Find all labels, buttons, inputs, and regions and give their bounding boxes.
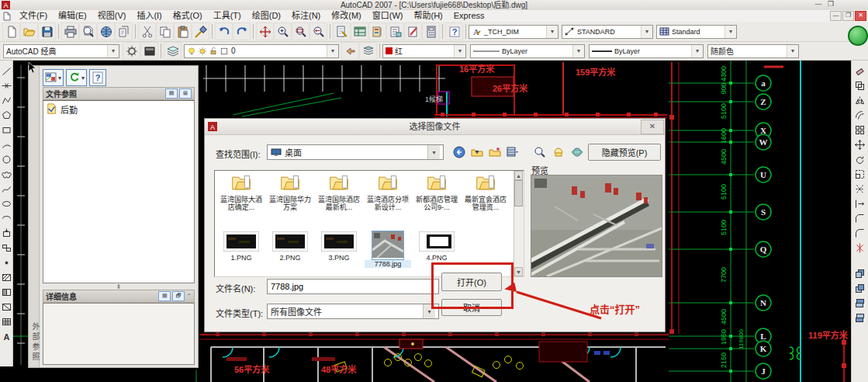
look-in-combo[interactable]: 桌面 ▾ xyxy=(267,144,444,160)
refresh-button[interactable]: ▾ xyxy=(66,69,87,86)
file-item-4.PNG[interactable]: 4.PNG xyxy=(413,231,460,262)
chevron-down-icon[interactable]: ▾ xyxy=(427,145,440,159)
menu-窗口(W)[interactable]: 窗口(W) xyxy=(367,11,409,20)
menu-插入(I)[interactable]: 插入(I) xyxy=(131,11,167,20)
folder-item[interactable]: 新都酒店管理公司9-... xyxy=(413,173,460,211)
draw-order-below-icon[interactable] xyxy=(854,311,866,325)
lock-open-icon[interactable] xyxy=(209,47,218,56)
circle-icon[interactable] xyxy=(0,152,12,167)
hatch-icon[interactable] xyxy=(0,270,12,285)
collapse-chevron-icon[interactable]: ⌃ xyxy=(186,293,192,300)
menu-绘图(D)[interactable]: 绘图(D) xyxy=(247,11,286,20)
folder-item[interactable]: 蓝湾国际华力方案 xyxy=(267,173,313,211)
views-icon[interactable] xyxy=(505,144,520,160)
dialog-close-button[interactable]: ✕ xyxy=(641,120,664,134)
cut-icon[interactable] xyxy=(138,23,156,40)
chamfer-icon[interactable] xyxy=(854,211,866,226)
text-style-combo[interactable]: A _TCH_DIM ▾ xyxy=(469,25,558,39)
file-item-1.PNG[interactable]: 1.PNG xyxy=(218,231,265,262)
lineweight-combo[interactable]: ByLayer ▾ xyxy=(589,44,704,58)
preview-view-button[interactable]: 🗗 xyxy=(172,291,185,301)
list-view-button[interactable]: ▤ xyxy=(165,89,178,99)
offset-icon[interactable] xyxy=(854,108,866,123)
menu-工具(T)[interactable]: 工具(T) xyxy=(208,11,247,20)
layer-properties-button[interactable] xyxy=(164,42,182,60)
scroll-down-arrow[interactable]: ▼ xyxy=(514,267,523,276)
layer-previous-button[interactable] xyxy=(341,42,359,60)
scrollbar-thumb[interactable] xyxy=(514,180,523,207)
multiline-text-icon[interactable]: A xyxy=(0,329,12,344)
folder-item[interactable]: 最新宜会酒店管理资... xyxy=(462,173,509,211)
workspace-settings-button[interactable] xyxy=(123,42,140,60)
menu-视图(V)[interactable]: 视图(V) xyxy=(92,11,132,20)
ellipse-icon[interactable] xyxy=(0,196,12,211)
menu-帮助(H)[interactable]: 帮助(H) xyxy=(409,11,448,20)
chevron-down-icon[interactable]: ▾ xyxy=(641,26,652,38)
make-block-icon[interactable] xyxy=(0,241,12,255)
copy-object-icon[interactable] xyxy=(854,78,866,93)
details-view-button[interactable]: ▤ xyxy=(158,291,171,301)
pan-icon[interactable] xyxy=(256,23,274,40)
chevron-down-icon[interactable]: ▾ xyxy=(58,75,61,82)
layer-states-button[interactable] xyxy=(359,42,377,60)
chevron-down-icon[interactable]: ▾ xyxy=(546,26,558,38)
palette-splitter[interactable]: ⬍ xyxy=(43,283,195,290)
draw-order-back-icon[interactable] xyxy=(854,281,866,296)
zoom-realtime-icon[interactable] xyxy=(274,23,292,40)
save-file-icon[interactable] xyxy=(38,23,56,40)
quick-calc-icon[interactable] xyxy=(422,23,440,40)
erase-icon[interactable] xyxy=(854,64,866,78)
sun-icon[interactable] xyxy=(198,47,207,56)
maximize-button[interactable]: ❐ xyxy=(825,0,837,8)
move-icon[interactable] xyxy=(854,137,866,152)
arc-icon[interactable] xyxy=(0,137,12,152)
menu-标注(N)[interactable]: 标注(N) xyxy=(286,11,326,20)
rotate-icon[interactable] xyxy=(854,152,866,167)
polygon-icon[interactable] xyxy=(0,108,12,123)
chevron-down-icon[interactable]: ▾ xyxy=(724,26,736,38)
dim-style-combo[interactable]: STANDARD ▾ xyxy=(562,25,653,39)
preview-zoom-icon[interactable] xyxy=(532,144,548,160)
plot-preview-icon[interactable] xyxy=(79,23,97,40)
copy-icon[interactable] xyxy=(156,23,174,40)
sheetset-manager-icon[interactable] xyxy=(386,23,404,40)
preview-orbit-icon[interactable] xyxy=(569,144,585,160)
palette-title-strip[interactable]: 外部参照 xyxy=(29,66,40,367)
linetype-combo[interactable]: ByLayer ▾ xyxy=(470,44,585,58)
file-item-3.PNG[interactable]: 3.PNG xyxy=(316,231,362,262)
hide-preview-button[interactable]: 隐藏预览(P) xyxy=(588,144,661,161)
explode-icon[interactable] xyxy=(854,241,866,255)
preview-pan-icon[interactable] xyxy=(551,144,566,160)
dialog-title-bar[interactable]: A 选择图像文件 ✕ xyxy=(205,119,665,135)
attach-dwg-button[interactable]: ▾ xyxy=(43,69,64,86)
plot-icon[interactable] xyxy=(61,23,79,40)
chevron-down-icon[interactable]: ▾ xyxy=(787,45,798,57)
designcenter-icon[interactable] xyxy=(351,23,368,40)
table-style-combo[interactable]: Standard ▾ xyxy=(656,25,737,39)
folder-item[interactable]: 蓝湾国际酒店最新机... xyxy=(316,173,362,211)
back-icon[interactable] xyxy=(451,144,467,160)
minimize-button[interactable]: — xyxy=(812,0,825,8)
redo-icon[interactable] xyxy=(233,23,251,40)
folder-item[interactable]: 蓝湾国际大酒店确定... xyxy=(218,173,265,211)
list-scrollbar[interactable]: ▲ ▼ xyxy=(514,171,524,276)
chevron-down-icon[interactable]: ▾ xyxy=(691,45,703,57)
workspace-combo[interactable]: AutoCAD 经典 ▾ xyxy=(3,44,119,58)
gradient-icon[interactable] xyxy=(0,285,12,300)
color-combo[interactable]: 红 ▾ xyxy=(382,44,466,58)
doc-restore-button[interactable]: ❐ xyxy=(842,11,854,21)
markup-manager-icon[interactable] xyxy=(404,23,422,40)
mirror-icon[interactable] xyxy=(854,93,866,108)
doc-close-button[interactable]: ✕ xyxy=(855,11,866,21)
menu-Express[interactable]: Express xyxy=(448,11,490,20)
layer-control-combo[interactable]: 0 ▾ xyxy=(184,44,339,58)
new-file-icon[interactable] xyxy=(2,23,20,40)
open-file-icon[interactable] xyxy=(20,23,38,40)
menu-格式(O)[interactable]: 格式(O) xyxy=(168,11,208,20)
spline-icon[interactable] xyxy=(0,182,12,196)
publish-web-icon[interactable] xyxy=(97,23,115,40)
file-browser-list[interactable]: 蓝湾国际大酒店确定...蓝湾国际华力方案蓝湾国际酒店最新机...蓝湾酒店分项新设… xyxy=(214,170,524,277)
table-icon[interactable] xyxy=(0,314,12,329)
construction-line-icon[interactable] xyxy=(0,78,12,93)
file-item-7788.jpg[interactable]: 7788.jpg xyxy=(365,231,411,268)
